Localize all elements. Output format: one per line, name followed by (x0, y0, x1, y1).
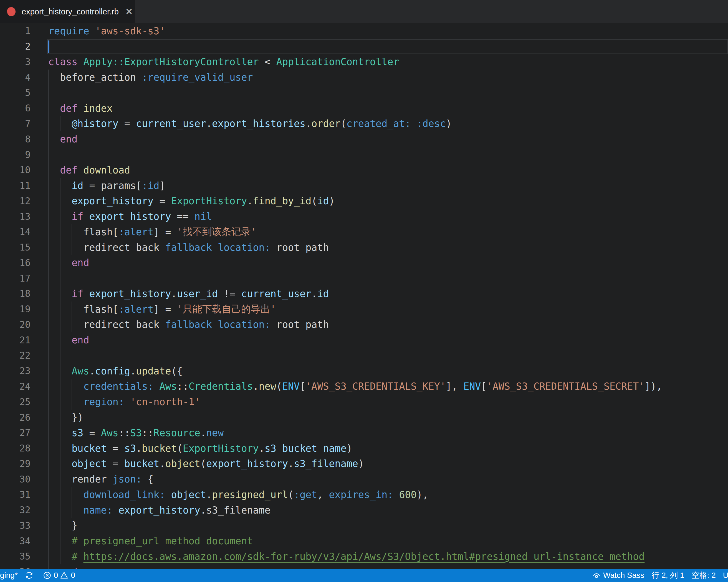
close-icon[interactable]: ✕ (125, 7, 133, 16)
code-line[interactable]: 32 name: export_history.s3_filename (0, 502, 728, 518)
code-text: end (48, 332, 728, 348)
indent-guide (72, 487, 72, 502)
indent-guide (60, 379, 60, 394)
indent-guide (60, 178, 60, 193)
line-number: 17 (0, 273, 30, 284)
indent-guide (48, 549, 49, 564)
line-number: 13 (0, 211, 30, 222)
indent-guide (48, 363, 49, 379)
indent-guide (60, 487, 60, 502)
code-line[interactable]: 19 flash[:alert] = '只能下载自己的导出' (0, 302, 728, 317)
code-line[interactable]: 17 (0, 271, 728, 286)
code-line[interactable]: 33 } (0, 518, 728, 533)
indent-guide (48, 116, 49, 132)
indentation-indicator[interactable]: 空格: 2 (688, 569, 720, 582)
indent-guide (60, 332, 60, 348)
code-line[interactable]: 20 redirect_back fallback_location: root… (0, 317, 728, 333)
line-number: 27 (0, 427, 30, 438)
indent-guide (60, 549, 60, 564)
indent-guide (48, 394, 49, 410)
indent-guide (48, 456, 49, 471)
line-number: 35 (0, 551, 30, 562)
code-text: Aws.config.update({ (48, 363, 728, 379)
code-line[interactable]: 22 (0, 348, 728, 363)
indent-guide (60, 518, 60, 533)
indent-guide (60, 116, 60, 132)
code-line[interactable]: 12 export_history = ExportHistory.find_b… (0, 193, 728, 209)
code-line[interactable]: 14 flash[:alert] = '找不到该条记录' (0, 224, 728, 240)
line-number: 1 (0, 26, 30, 36)
code-text: flash[:alert] = '找不到该条记录' (48, 224, 728, 240)
code-line[interactable]: 24 credentials: Aws::Credentials.new(ENV… (0, 379, 728, 394)
code-line[interactable]: 10 def download (0, 162, 728, 178)
code-text: region: 'cn-north-1' (48, 394, 728, 410)
line-number: 19 (0, 304, 30, 314)
indent-guide (48, 502, 49, 518)
code-line[interactable]: 3class Apply::ExportHistoryController < … (0, 54, 728, 70)
code-text: end (48, 564, 728, 569)
code-line[interactable]: 6 def index (0, 101, 728, 116)
code-line[interactable]: 23 Aws.config.update({ (0, 363, 728, 379)
code-text: }) (48, 410, 728, 425)
code-line[interactable]: 28 bucket = s3.bucket(ExportHistory.s3_b… (0, 441, 728, 456)
code-line[interactable]: 21 end (0, 332, 728, 348)
git-branch-indicator[interactable]: ging* (0, 569, 21, 582)
code-line[interactable]: 35 # https://docs.aws.amazon.com/sdk-for… (0, 549, 728, 564)
code-line[interactable]: 4 before_action :require_valid_user (0, 70, 728, 85)
indent-guide (48, 131, 49, 147)
indent-guide (60, 394, 60, 410)
code-line[interactable]: 8 end (0, 131, 728, 147)
line-number: 10 (0, 165, 30, 175)
indent-guide (72, 302, 72, 317)
line-number: 34 (0, 536, 30, 547)
indent-guide (60, 317, 60, 333)
code-line[interactable]: 34 # presigned_url method document (0, 533, 728, 549)
code-text: before_action :require_valid_user (48, 70, 728, 85)
line-number: 14 (0, 226, 30, 237)
tab-export-history-controller[interactable]: export_history_controller.rb ✕ (0, 0, 135, 23)
code-line[interactable]: 25 region: 'cn-north-1' (0, 394, 728, 410)
code-line[interactable]: 27 s3 = Aws::S3::Resource.new (0, 425, 728, 441)
watch-sass-button[interactable]: Watch Sass (592, 569, 648, 582)
code-line[interactable]: 29 object = bucket.object(export_history… (0, 456, 728, 471)
code-line[interactable]: 31 download_link: object.presigned_url(:… (0, 487, 728, 502)
indent-guide (48, 410, 49, 425)
line-number: 20 (0, 319, 30, 330)
code-line[interactable]: 1require 'aws-sdk-s3' (0, 23, 728, 39)
code-text: if export_history == nil (48, 209, 728, 224)
code-line[interactable]: 26 }) (0, 410, 728, 425)
indent-guide (72, 502, 72, 518)
sync-button[interactable] (21, 569, 40, 582)
code-line[interactable]: 36 end (0, 564, 728, 569)
code-text: s3 = Aws::S3::Resource.new (48, 425, 728, 441)
line-number: 5 (0, 87, 30, 98)
line-number: 8 (0, 134, 30, 145)
code-line[interactable]: 5 (0, 85, 728, 101)
code-line[interactable]: 15 redirect_back fallback_location: root… (0, 240, 728, 255)
code-line[interactable]: 11 id = params[:id] (0, 178, 728, 193)
problems-indicator[interactable]: 0 0 (40, 569, 79, 582)
code-line[interactable]: 2 (0, 39, 728, 54)
code-text: class Apply::ExportHistoryController < A… (48, 54, 728, 70)
indent-guide (60, 456, 60, 471)
code-line[interactable]: 18 if export_history.user_id != current_… (0, 286, 728, 302)
indent-guide (48, 302, 49, 317)
line-number: 26 (0, 412, 30, 423)
code-line[interactable]: 7 @history = current_user.export_histori… (0, 116, 728, 132)
code-line[interactable]: 16 end (0, 255, 728, 271)
code-line[interactable]: 13 if export_history == nil (0, 209, 728, 224)
code-line[interactable]: 9 (0, 147, 728, 162)
line-number: 21 (0, 335, 30, 345)
code-text (48, 85, 728, 101)
cursor-position-indicator[interactable]: 行 2, 列 1 (648, 569, 688, 582)
code-editor: 1require 'aws-sdk-s3'23class Apply::Expo… (0, 23, 728, 569)
code-line[interactable]: 30 render json: { (0, 471, 728, 487)
indent-guide (60, 240, 60, 255)
indent-guide (48, 85, 49, 101)
indent-guide (48, 487, 49, 502)
code-text (48, 271, 728, 286)
line-number: 4 (0, 72, 30, 83)
indent-guide (60, 302, 60, 317)
encoding-indicator[interactable]: U (720, 569, 728, 582)
code-text (48, 348, 728, 363)
